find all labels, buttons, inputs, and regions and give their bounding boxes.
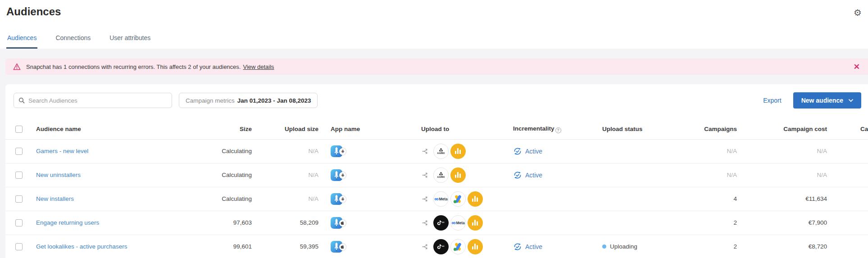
audiences-card: Campaign metrics Jan 01,2023 - Jan 08,20…: [5, 84, 868, 258]
upload-spread-icon: [421, 243, 428, 250]
tab-audiences[interactable]: Audiences: [6, 34, 37, 49]
table-row: Get lookalikes - active purchasers 99,60…: [5, 235, 868, 258]
campaigns-value: 4: [696, 187, 739, 211]
table-header-row: Audience name Size Upload size App name …: [5, 119, 868, 139]
incrementality-status: [507, 211, 597, 235]
incrementality-label: Incrementality: [513, 125, 554, 132]
upload-spread-icon: [421, 219, 428, 226]
select-all-checkbox[interactable]: [15, 126, 23, 133]
upload-size-value: 59,395: [254, 235, 320, 258]
upload-status-value: Uploading: [610, 243, 637, 250]
audience-name-link[interactable]: New uninstallers: [36, 172, 81, 178]
google-ads-icon: [450, 191, 466, 207]
tab-bar: Audiences Connections User attributes: [6, 34, 151, 49]
header-audience-name: Audience name: [31, 119, 211, 139]
apple-icon: [339, 220, 346, 226]
metrics-value: Jan 01,2023 - Jan 08,2023: [237, 97, 311, 104]
campaigns-value: N/A: [696, 163, 739, 187]
size-value: Calculating: [211, 187, 254, 211]
header-upload-to: Upload to: [417, 119, 507, 139]
meta-icon: ∞Meta: [450, 215, 466, 231]
table-row: Engage returning users 97,603 58,209 ∞Me…: [5, 211, 868, 235]
table-row: New uninstallers Calculating N/A AARKI: [5, 163, 868, 187]
row-checkbox[interactable]: [15, 243, 23, 250]
search-input[interactable]: [28, 97, 167, 104]
page-title: Audiences: [6, 5, 61, 18]
bar-chart-icon: [468, 239, 483, 254]
row-checkbox[interactable]: [15, 219, 23, 226]
upload-spread-icon: [421, 172, 428, 179]
new-audience-button[interactable]: New audience: [793, 92, 861, 109]
app-icon: [331, 241, 342, 253]
table-row: New installers Calculating N/A ∞Meta: [5, 187, 868, 211]
audience-name-link[interactable]: Get lookalikes - active purchasers: [36, 243, 127, 250]
row-checkbox[interactable]: [15, 172, 23, 179]
size-value: 99,601: [211, 235, 254, 258]
banner-message: Snapchat has 1 connections with recurrin…: [26, 63, 241, 70]
export-button[interactable]: Export: [763, 97, 781, 104]
row-checkbox[interactable]: [15, 148, 23, 155]
help-icon[interactable]: ?: [555, 127, 561, 133]
warning-icon: [13, 63, 21, 71]
incrementality-status: [507, 187, 597, 211]
incrementality-status: Active: [525, 148, 542, 155]
android-icon: [339, 148, 346, 155]
campaign-cost-value: €8,720: [739, 235, 829, 258]
android-icon: [339, 172, 346, 179]
meta-label: Meta: [456, 221, 464, 225]
audience-name-link[interactable]: New installers: [36, 195, 74, 202]
search-box: [14, 93, 172, 108]
app-icon: [331, 217, 342, 229]
google-ads-icon: [450, 239, 466, 254]
header-incrementality: Incrementality?: [507, 119, 597, 139]
aarki-label: AARKI: [437, 152, 445, 154]
audience-name-link[interactable]: Engage returning users: [36, 219, 99, 226]
aarki-label: AARKI: [437, 176, 445, 178]
tab-connections[interactable]: Connections: [55, 34, 91, 49]
upload-status-value: [597, 139, 696, 163]
upload-size-value: N/A: [254, 187, 320, 211]
audiences-table: Audience name Size Upload size App name …: [5, 119, 868, 258]
gear-icon[interactable]: ⚙: [854, 7, 862, 18]
upload-status-value: [597, 163, 696, 187]
size-value: 97,603: [211, 211, 254, 235]
sync-active-icon: [513, 242, 522, 251]
aarki-icon: AARKI: [433, 167, 449, 183]
audience-name-link[interactable]: Gamers - new level: [36, 148, 88, 154]
row-checkbox[interactable]: [15, 195, 23, 203]
chevron-down-icon: [849, 99, 853, 102]
table-row: Gamers - new level Calculating N/A AARKI: [5, 139, 868, 163]
new-audience-label: New audience: [801, 97, 843, 104]
view-details-link[interactable]: View details: [243, 63, 274, 70]
app-icon: [331, 145, 342, 157]
app-icon: [331, 169, 342, 181]
bar-chart-icon: [450, 144, 466, 159]
campaign-cost-value: N/A: [739, 163, 829, 187]
tab-user-attributes[interactable]: User attributes: [109, 34, 151, 49]
header-upload-status: Upload status: [597, 119, 696, 139]
upload-size-value: 58,209: [254, 211, 320, 235]
header-size: Size: [211, 119, 254, 139]
upload-size-value: N/A: [254, 163, 320, 187]
size-value: Calculating: [211, 139, 254, 163]
upload-spread-icon: [421, 195, 428, 203]
tiktok-icon: [433, 215, 449, 231]
bar-chart-icon: [468, 191, 483, 207]
close-icon[interactable]: ✕: [854, 63, 860, 71]
campaign-metrics-daterange[interactable]: Campaign metrics Jan 01,2023 - Jan 08,20…: [179, 93, 318, 108]
page-header: Audiences ⚙ Audiences Connections User a…: [0, 0, 868, 49]
campaigns-value: 2: [696, 235, 739, 258]
incrementality-status: Active: [525, 243, 542, 250]
campaign-cost-value: €7,900: [739, 211, 829, 235]
incrementality-status: Active: [525, 172, 542, 179]
meta-icon: ∞Meta: [433, 191, 449, 207]
app-icon: [331, 193, 342, 205]
campaigns-value: 2: [696, 211, 739, 235]
campaign-cost-value: €11,634: [739, 187, 829, 211]
header-truncated-column: Ca: [829, 119, 868, 139]
campaigns-value: N/A: [696, 139, 739, 163]
header-app-name: App name: [320, 119, 417, 139]
bar-chart-icon: [450, 167, 466, 183]
header-campaigns: Campaigns: [696, 119, 739, 139]
sync-active-icon: [513, 171, 522, 180]
